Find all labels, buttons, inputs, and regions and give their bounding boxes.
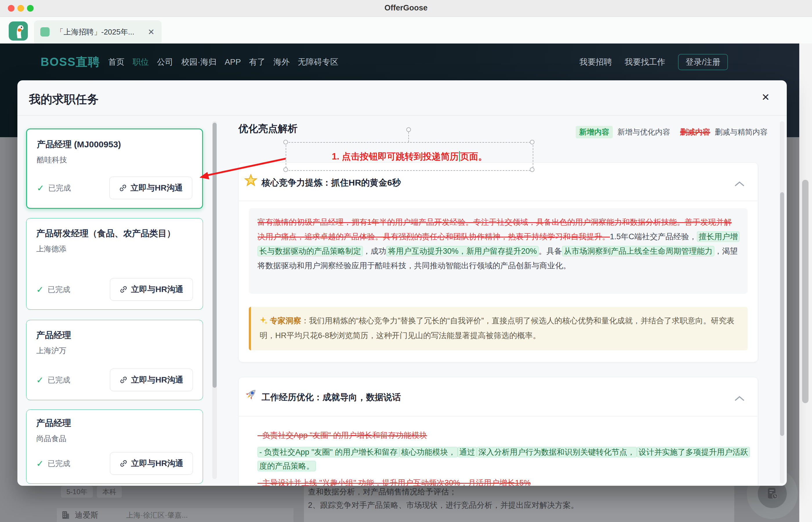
added-text: - 负责社交App "友圈" 的用户增长和留存 xyxy=(258,447,399,457)
panel-title: 优化亮点解析 xyxy=(238,122,298,136)
body-text: 。具备 xyxy=(539,247,562,256)
boss-logo[interactable]: BOSS直聘 xyxy=(41,54,100,70)
job-card-2[interactable]: 产品研发经理（食品、农产品类目） 上海德添 ✓ 已完成 立即与HR沟通 xyxy=(26,218,203,310)
added-content-chip: 新增内容 xyxy=(576,126,613,138)
link-icon xyxy=(120,376,128,384)
tab-close-icon[interactable]: ✕ xyxy=(148,27,155,37)
section1-divider xyxy=(238,201,757,201)
tab-title: 「上海招聘」-2025年... xyxy=(56,27,134,37)
selection-handle[interactable] xyxy=(283,140,288,144)
body-text: 1.5年C端社交产品经验， xyxy=(610,232,697,241)
panel-scrollbar-thumb[interactable] xyxy=(780,192,784,436)
link-icon xyxy=(120,285,128,294)
job-tag-experience: 5-10年 xyxy=(61,486,93,498)
selection-handle[interactable] xyxy=(530,167,534,172)
expert-insight-box: 专家洞察：我们用精炼的“核心竞争力”替换了冗长的“自我评价”，直接点明了候选人的… xyxy=(249,307,748,350)
selection-handle[interactable] xyxy=(283,167,288,172)
body-text: ，成功 xyxy=(363,247,386,256)
deleted-text: - 负责社交App "友圈" 的用户增长和留存功能模块 xyxy=(258,431,427,440)
check-icon: ✓ xyxy=(37,183,44,193)
check-icon: ✓ xyxy=(36,459,43,469)
job-card-title: 产品经理 (MJ000953) xyxy=(37,138,192,151)
job-status: 已完成 xyxy=(47,459,70,469)
rocket-icon xyxy=(244,387,258,402)
nav-item[interactable]: 无障碍专区 xyxy=(298,57,339,67)
window-title: OfferGoose xyxy=(0,3,812,13)
link-icon xyxy=(120,459,128,467)
check-icon: ✓ xyxy=(36,375,43,385)
chat-with-hr-label: 立即与HR沟通 xyxy=(131,375,183,385)
removed-content-chip: 删减内容 xyxy=(680,127,710,137)
added-text: 深入分析用户行为数据和识别关键转化节点， xyxy=(477,447,637,457)
link-icon xyxy=(119,184,127,192)
added-text: 核心功能模块， xyxy=(399,447,458,457)
job-status: 已完成 xyxy=(48,183,71,193)
added-text: 将用户互动提升30%，新用户留存提升20% xyxy=(386,246,539,256)
added-content-label: 新增与优化内容 xyxy=(617,127,670,137)
nav-item[interactable]: 有了 xyxy=(249,57,265,67)
navbar-right: 我要招聘 我要找工作 登录/注册 xyxy=(580,54,728,70)
job-card-1[interactable]: 产品经理 (MJ000953) 酷哇科技 ✓ 已完成 立即与HR沟通 xyxy=(26,128,203,209)
modal-title: 我的求职任务 xyxy=(29,92,99,107)
chat-with-hr-button[interactable]: 立即与HR沟通 xyxy=(110,278,193,301)
job-desc-line: 2、跟踪竞争对手产品策略、市场现状，进行竞品分析，并提出应对解决方案。 xyxy=(308,500,578,510)
annotation-text-box[interactable]: 1. 点击按钮即可跳转到投递简历页面。 xyxy=(286,142,533,171)
chevron-up-icon[interactable] xyxy=(734,396,745,401)
nav-items: 首页职位公司校园·海归APP有了海外无障碍专区 xyxy=(108,57,338,67)
job-status: 已完成 xyxy=(47,284,70,295)
site-navbar: BOSS直聘 首页职位公司校园·海归APP有了海外无障碍专区 我要招聘 我要找工… xyxy=(0,43,803,80)
login-register-button[interactable]: 登录/注册 xyxy=(678,54,728,70)
job-card-company: 上海沪万 xyxy=(36,346,193,356)
chat-with-hr-label: 立即与HR沟通 xyxy=(131,284,183,295)
goose-icon xyxy=(9,21,28,41)
job-desc-line: 查和数据分析，对产品销售情况给予评估； xyxy=(308,487,457,497)
job-tag-degree: 本科 xyxy=(97,486,122,498)
chevron-up-icon[interactable] xyxy=(734,181,745,187)
offergoose-app-icon[interactable] xyxy=(9,21,28,41)
modal-header-divider xyxy=(17,115,787,116)
glowing-star-icon xyxy=(244,174,258,187)
job-status: 已完成 xyxy=(47,375,70,385)
browser-tab[interactable]: 「上海招聘」-2025年... ✕ xyxy=(34,20,162,43)
company-list-row: 迪爱斯 上海·徐汇区·肇嘉... xyxy=(57,508,293,522)
job-card-company: 酷哇科技 xyxy=(37,155,192,165)
job-card-title: 产品经理 xyxy=(36,329,193,342)
job-card-company: 上海德添 xyxy=(36,244,193,254)
modal-close-icon[interactable]: ✕ xyxy=(757,89,774,105)
nav-item[interactable]: 校园·海归 xyxy=(181,57,216,67)
experience-diff-text: - 负责社交App "友圈" 的用户增长和留存功能模块- 负责社交App "友圈… xyxy=(258,428,751,486)
selection-handle[interactable] xyxy=(530,140,534,144)
expert-insight-text: ：我们用精炼的“核心竞争力”替换了冗长的“自我评价”，直接点明了候选人的核心优势… xyxy=(260,316,734,340)
job-list-scrollbar-thumb[interactable] xyxy=(212,123,217,388)
section1-title: 核心竞争力提炼：抓住HR的黄金6秒 xyxy=(262,177,401,189)
tab-favicon xyxy=(40,27,49,37)
nav-jobseek-link[interactable]: 我要找工作 xyxy=(625,57,665,67)
job-card-title: 产品研发经理（食品、农产品类目） xyxy=(36,227,193,240)
deleted-text: - 主导设计并上线 "兴趣小组" 功能，提升用户互动频次30%，月活用户增长15… xyxy=(258,479,531,486)
resume-clock-icon xyxy=(766,487,779,500)
rotation-handle-stem xyxy=(408,132,409,142)
job-card-4[interactable]: 产品经理 尚品食品 ✓ 已完成 立即与HR沟通 xyxy=(26,409,203,484)
sparkles-icon xyxy=(260,316,268,324)
job-card-company: 尚品食品 xyxy=(36,434,193,444)
nav-item[interactable]: APP xyxy=(225,57,241,67)
chat-with-hr-label: 立即与HR沟通 xyxy=(131,458,183,469)
chat-with-hr-label: 立即与HR沟通 xyxy=(130,182,183,194)
nav-item[interactable]: 首页 xyxy=(108,57,124,67)
job-card-title: 产品经理 xyxy=(36,417,193,429)
chat-with-hr-button[interactable]: 立即与HR沟通 xyxy=(109,177,192,199)
added-text: 通过 xyxy=(458,447,477,457)
deleted-text: 富有激情的初级产品经理，拥有1年半的用户端产品开发经验。专注于社交领域，具备出色… xyxy=(258,218,685,226)
window-scrollbar-thumb[interactable] xyxy=(802,180,809,403)
nav-recruit-link[interactable]: 我要招聘 xyxy=(580,57,612,67)
nav-item[interactable]: 海外 xyxy=(273,57,290,67)
chat-with-hr-button[interactable]: 立即与HR沟通 xyxy=(110,368,193,391)
chat-with-hr-button[interactable]: 立即与HR沟通 xyxy=(110,452,193,475)
nav-item[interactable]: 公司 xyxy=(157,57,173,67)
text-caret xyxy=(459,151,460,162)
job-card-3[interactable]: 产品经理 上海沪万 ✓ 已完成 立即与HR沟通 xyxy=(26,320,203,400)
nav-item[interactable]: 职位 xyxy=(133,57,149,67)
company-location: 上海·徐汇区·肇嘉... xyxy=(126,510,188,520)
added-text: 从市场洞察到产品上线全生命周期管理能力 xyxy=(562,246,714,256)
rotation-handle[interactable] xyxy=(406,127,411,132)
